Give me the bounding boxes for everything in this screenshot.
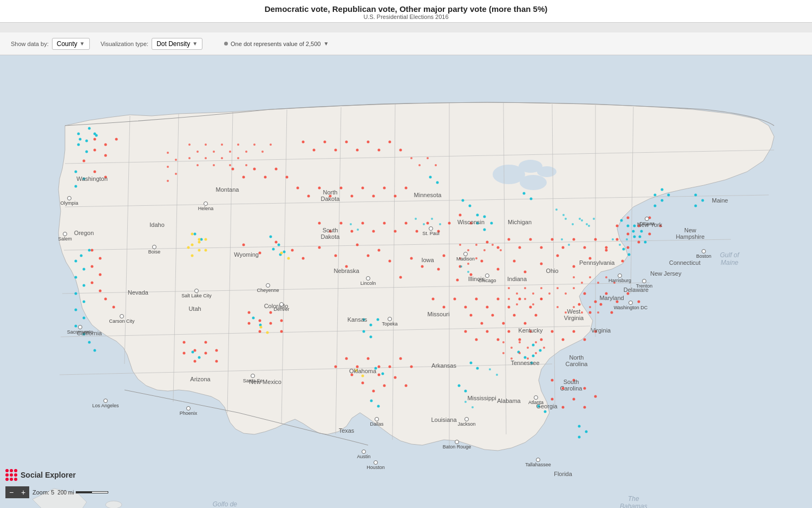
svg-point-179 <box>405 187 408 190</box>
svg-point-280 <box>363 330 365 333</box>
svg-point-165 <box>508 306 510 309</box>
svg-point-102 <box>627 233 630 236</box>
svg-point-227 <box>80 255 83 257</box>
svg-point-181 <box>313 149 316 152</box>
logo-dot <box>10 478 13 481</box>
svg-point-294 <box>458 385 461 387</box>
svg-point-394 <box>431 218 433 220</box>
svg-point-154 <box>594 238 597 241</box>
svg-point-354 <box>475 257 477 259</box>
zoom-out-button[interactable]: − <box>5 486 17 498</box>
logo-dot <box>14 469 17 472</box>
svg-point-122 <box>372 230 375 233</box>
svg-point-388 <box>510 357 513 360</box>
svg-point-344 <box>175 173 177 175</box>
visualization-dropdown[interactable]: Dot Density ▼ <box>152 38 202 50</box>
svg-point-233 <box>75 171 77 173</box>
svg-point-35 <box>367 255 370 257</box>
zoom-in-button[interactable]: + <box>17 486 29 498</box>
svg-point-125 <box>340 222 343 225</box>
svg-point-237 <box>490 222 493 225</box>
svg-point-366 <box>524 298 526 300</box>
svg-point-413 <box>472 406 474 408</box>
svg-point-176 <box>372 195 375 198</box>
svg-point-109 <box>104 154 107 157</box>
svg-point-255 <box>539 349 542 352</box>
controls-bar: Show data by: County ▼ Visualization typ… <box>0 32 812 55</box>
svg-point-298 <box>88 127 91 130</box>
svg-point-307 <box>191 255 194 257</box>
svg-point-198 <box>605 292 608 295</box>
svg-point-341 <box>167 152 169 154</box>
legend-chevron-icon: ▼ <box>323 41 329 47</box>
svg-point-244 <box>661 188 664 191</box>
svg-point-150 <box>551 238 554 241</box>
svg-point-171 <box>318 187 321 190</box>
scale-bar: 200 mi <box>57 490 108 496</box>
svg-point-331 <box>205 157 207 159</box>
svg-point-321 <box>213 151 215 153</box>
svg-point-387 <box>502 352 505 354</box>
logo-grid <box>5 469 17 481</box>
svg-point-339 <box>427 157 429 159</box>
chevron-down-icon: ▼ <box>80 41 85 47</box>
svg-point-337 <box>410 157 412 159</box>
svg-point-359 <box>540 287 542 289</box>
svg-point-142 <box>215 360 218 363</box>
svg-point-111 <box>94 171 96 173</box>
visualization-group: Visualization type: Dot Density ▼ <box>101 38 202 50</box>
svg-point-149 <box>540 246 543 249</box>
svg-point-202 <box>578 303 581 306</box>
svg-point-376 <box>565 311 567 314</box>
svg-point-85 <box>573 330 575 333</box>
svg-point-365 <box>516 303 518 305</box>
svg-point-46 <box>524 271 527 273</box>
svg-point-29 <box>410 257 413 260</box>
svg-point-206 <box>248 311 251 314</box>
svg-point-105 <box>94 138 96 141</box>
svg-point-214 <box>75 260 77 263</box>
svg-point-240 <box>476 214 479 217</box>
logo-text: Social Explorer <box>21 471 76 479</box>
svg-point-391 <box>535 352 537 354</box>
svg-point-357 <box>524 287 526 289</box>
svg-point-241 <box>654 194 657 197</box>
svg-point-124 <box>351 230 353 233</box>
svg-point-62 <box>351 374 353 376</box>
svg-point-58 <box>378 374 381 376</box>
svg-point-194 <box>275 168 278 171</box>
svg-point-38 <box>318 246 321 249</box>
svg-point-385 <box>535 341 537 343</box>
svg-point-404 <box>561 238 563 240</box>
svg-point-175 <box>362 187 364 190</box>
map-area[interactable]: WashingtonOregonCaliforniaNevadaIdahoMon… <box>0 55 812 508</box>
dot-legend: One dot represents value of 2,500 ▼ <box>224 41 329 47</box>
svg-point-292 <box>470 362 473 364</box>
svg-point-349 <box>483 249 486 251</box>
svg-point-25 <box>443 255 446 257</box>
svg-point-400 <box>593 218 595 220</box>
svg-point-373 <box>605 276 607 278</box>
svg-point-340 <box>435 164 437 166</box>
svg-point-138 <box>205 341 207 344</box>
svg-point-209 <box>248 322 251 325</box>
svg-point-123 <box>362 222 364 225</box>
svg-point-408 <box>555 209 558 211</box>
svg-point-235 <box>75 185 77 188</box>
svg-point-346 <box>459 244 461 246</box>
sub-title: U.S. Presidential Elections 2016 <box>0 14 812 20</box>
legend-dot <box>224 42 228 45</box>
svg-point-174 <box>351 195 353 198</box>
svg-point-78 <box>497 338 500 341</box>
svg-point-160 <box>454 298 456 301</box>
svg-point-80 <box>519 338 521 341</box>
svg-point-399 <box>586 223 588 225</box>
svg-point-316 <box>280 252 283 255</box>
svg-point-164 <box>497 298 500 301</box>
svg-point-98 <box>638 225 640 227</box>
svg-point-42 <box>259 252 261 255</box>
show-data-dropdown[interactable]: County ▼ <box>52 38 90 50</box>
chevron-down-icon-2: ▼ <box>192 41 198 47</box>
svg-point-159 <box>443 306 446 309</box>
svg-point-283 <box>198 356 201 359</box>
